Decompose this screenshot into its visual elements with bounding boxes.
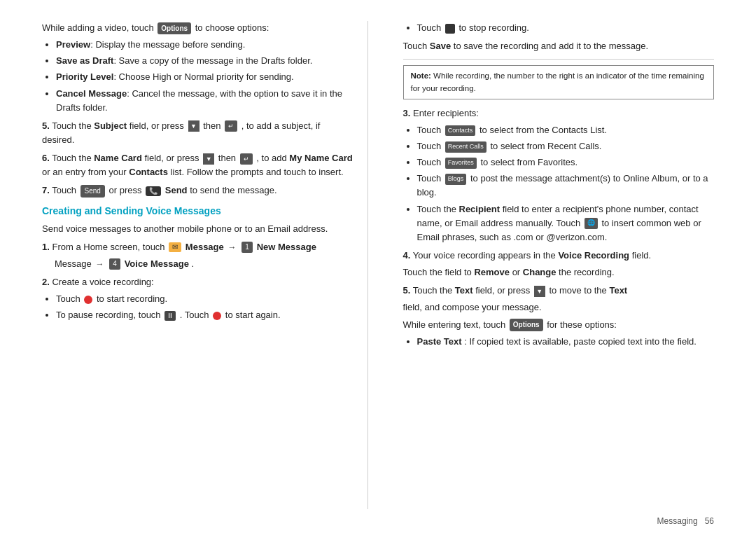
num-1-badge: 1: [241, 242, 253, 253]
voice-step-2: 2. Create a voice recording: Touch to st…: [42, 275, 354, 322]
list-item: Touch to stop recording.: [417, 21, 715, 35]
record-icon: [84, 296, 92, 304]
enter-icon: ↵: [225, 120, 237, 132]
list-item: Touch Contacts to select from the Contac…: [417, 123, 715, 137]
recording-bullets: Touch to start recording. To pause recor…: [42, 292, 354, 322]
step-5: 5. Touch the Subject field, or press ▼ t…: [42, 119, 354, 147]
divider: [403, 59, 715, 60]
voice-step-1: 1. From a Home screen, touch Message → 1…: [42, 240, 354, 271]
recipients-list: Touch Contacts to select from the Contac…: [403, 123, 715, 244]
enter-icon-2: ↵: [240, 153, 253, 165]
num-4-badge: 4: [109, 258, 120, 270]
list-item: To pause recording, touch . Touch to sta…: [56, 308, 354, 322]
note-box: Note: While recording, the number to the…: [403, 65, 715, 99]
main-columns: While adding a video, touch Options to c…: [42, 21, 714, 509]
message-envelope-icon: [169, 242, 181, 252]
pause-icon: [164, 311, 176, 321]
footer: Messaging 56: [42, 516, 714, 526]
list-item: Save as Draft: Save a copy of the messag…: [56, 54, 354, 68]
down-arrow-icon-3: ▼: [534, 286, 545, 297]
stop-bullet-list: Touch to stop recording.: [403, 21, 715, 35]
text-options-list: Paste Text : If copied text is available…: [403, 335, 715, 349]
step-6: 6. Touch the Name Card field, or press ▼…: [42, 151, 354, 179]
voice-step-4: 4. Your voice recording appears in the V…: [403, 249, 715, 279]
list-item: Cancel Message: Cancel the message, with…: [56, 87, 354, 115]
page: While adding a video, touch Options to c…: [0, 0, 756, 540]
list-item: Priority Level: Choose High or Normal pr…: [56, 70, 354, 84]
contacts-btn: Contacts: [445, 125, 476, 137]
list-item: Touch to start recording.: [56, 292, 354, 306]
options-button-inline: Options: [158, 22, 191, 35]
options-list: Preview: Display the message before send…: [42, 38, 354, 115]
recent-calls-btn: Recent Calls: [445, 141, 486, 153]
stop-icon: [445, 24, 455, 34]
footer-section: Messaging: [657, 516, 698, 526]
voice-step-5: 5. Touch the Text field, or press ▼ to m…: [403, 284, 715, 349]
list-item: Touch Favorites to select from Favorites…: [417, 155, 715, 169]
list-item: Touch Blogs to post the message attachme…: [417, 172, 715, 200]
blogs-btn: Blogs: [445, 174, 467, 185]
right-column: Touch to stop recording. Touch Save to s…: [396, 21, 715, 509]
footer-page-number: 56: [705, 516, 714, 526]
list-item: Paste Text : If copied text is available…: [417, 335, 715, 349]
globe-btn: 🌐: [584, 218, 598, 229]
phone-icon: [146, 186, 161, 196]
send-btn-inline: Send: [80, 185, 105, 198]
favorites-btn: Favorites: [445, 158, 477, 169]
options-btn-2: Options: [510, 319, 543, 331]
video-touch-intro: While adding a video, touch Options to c…: [42, 21, 354, 35]
section-intro: Send voice messages to another mobile ph…: [42, 222, 354, 236]
list-item: Touch Recent Calls to select from Recent…: [417, 139, 715, 153]
down-arrow-icon-2: ▼: [203, 153, 214, 165]
voice-step-3: 3. Enter recipients: Touch Contacts to s…: [403, 106, 715, 244]
arrow-icon-1: →: [227, 241, 236, 254]
record-icon-2: [213, 312, 221, 320]
list-item: Preview: Display the message before send…: [56, 38, 354, 52]
list-item: Touch the Recipient field to enter a rec…: [417, 202, 715, 244]
left-column: While adding a video, touch Options to c…: [42, 21, 368, 509]
save-note: Touch Save to save the recording and add…: [403, 39, 715, 53]
section-title: Creating and Sending Voice Messages: [42, 205, 354, 216]
step-7: 7. Touch Send or press Send to send the …: [42, 184, 354, 198]
down-arrow-icon: ▼: [188, 120, 200, 132]
arrow-icon-2: →: [95, 258, 104, 271]
